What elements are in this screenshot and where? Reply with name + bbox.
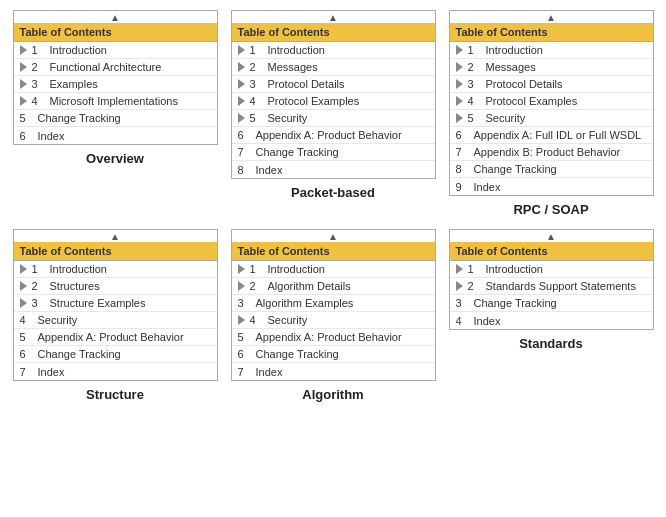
list-item[interactable]: 7Index [232,363,435,380]
list-item[interactable]: 6Index [14,127,217,144]
row-number: 5 [468,112,482,124]
expand-icon [456,281,464,291]
list-item[interactable]: 7Change Tracking [232,144,435,161]
row-number: 6 [238,129,252,141]
list-item[interactable]: 6Appendix A: Full IDL or Full WSDL [450,127,653,144]
row-number: 7 [20,366,34,378]
row-number: 2 [468,61,482,73]
row-label: Messages [268,61,318,73]
list-item[interactable]: 4Index [450,312,653,329]
card-wrapper-structure: ▲Table of Contents1Introduction2Structur… [10,229,220,402]
list-item[interactable]: 7Appendix B: Product Behavior [450,144,653,161]
row-label: Introduction [50,44,107,56]
card-title-standards: Standards [519,336,583,351]
row-label: Protocol Details [268,78,345,90]
row-number: 2 [250,61,264,73]
expand-icon [456,264,464,274]
row-number: 2 [32,61,46,73]
list-item[interactable]: 1Introduction [14,42,217,59]
list-item[interactable]: 5Appendix A: Product Behavior [232,329,435,346]
card-packet-based: ▲Table of Contents1Introduction2Messages… [231,10,436,179]
row-number: 8 [238,164,252,176]
row-label: Index [38,130,65,142]
list-item[interactable]: 3Change Tracking [450,295,653,312]
list-item[interactable]: 2Messages [450,59,653,76]
row-label: Introduction [268,263,325,275]
row-label: Security [486,112,526,124]
list-item[interactable]: 3Protocol Details [450,76,653,93]
row-label: Change Tracking [38,348,121,360]
row-label: Change Tracking [474,163,557,175]
list-item[interactable]: 5Change Tracking [14,110,217,127]
card-title-overview: Overview [86,151,144,166]
card-standards: ▲Table of Contents1Introduction2Standard… [449,229,654,330]
list-item[interactable]: 2Algorithm Details [232,278,435,295]
list-item[interactable]: 5Security [450,110,653,127]
row-number: 2 [468,280,482,292]
row-number: 4 [456,315,470,327]
list-item[interactable]: 4Protocol Examples [232,93,435,110]
list-item[interactable]: 2Standards Support Statements [450,278,653,295]
row-label: Appendix A: Product Behavior [256,331,402,343]
row-number: 6 [456,129,470,141]
list-item[interactable]: 2Functional Architecture [14,59,217,76]
row-number: 5 [238,331,252,343]
expand-icon [238,113,246,123]
list-item[interactable]: 2Structures [14,278,217,295]
expand-icon [20,79,28,89]
row-label: Algorithm Details [268,280,351,292]
row-label: Appendix A: Product Behavior [256,129,402,141]
list-item[interactable]: 1Introduction [450,261,653,278]
row-label: Appendix A: Product Behavior [38,331,184,343]
expand-icon [456,113,464,123]
list-item[interactable]: 6Change Tracking [232,346,435,363]
list-item[interactable]: 1Introduction [232,261,435,278]
list-item[interactable]: 7Index [14,363,217,380]
list-item[interactable]: 3Examples [14,76,217,93]
list-item[interactable]: 4Protocol Examples [450,93,653,110]
card-structure: ▲Table of Contents1Introduction2Structur… [13,229,218,381]
list-item[interactable]: 1Introduction [232,42,435,59]
list-item[interactable]: 4Microsoft Implementations [14,93,217,110]
expand-icon [238,79,246,89]
row-number: 8 [456,163,470,175]
expand-icon [20,45,28,55]
row-number: 2 [32,280,46,292]
list-item[interactable]: 3Protocol Details [232,76,435,93]
row-number: 5 [250,112,264,124]
expand-icon [238,62,246,72]
card-title-rpc-soap: RPC / SOAP [513,202,588,217]
card-header-standards: Table of Contents [450,242,653,261]
row-label: Security [38,314,78,326]
list-item[interactable]: 3Algorithm Examples [232,295,435,312]
row-label: Index [474,181,501,193]
list-item[interactable]: 9Index [450,178,653,195]
row-label: Index [38,366,65,378]
list-item[interactable]: 3Structure Examples [14,295,217,312]
row-label: Algorithm Examples [256,297,354,309]
list-item[interactable]: 5Appendix A: Product Behavior [14,329,217,346]
list-item[interactable]: 4Security [232,312,435,329]
row-label: Appendix B: Product Behavior [474,146,621,158]
row-label: Index [256,366,283,378]
row-label: Introduction [486,44,543,56]
list-item[interactable]: 1Introduction [450,42,653,59]
list-item[interactable]: 8Change Tracking [450,161,653,178]
row-number: 7 [238,146,252,158]
expand-icon [456,96,464,106]
list-item[interactable]: 6Change Tracking [14,346,217,363]
list-item[interactable]: 8Index [232,161,435,178]
expand-icon [238,45,246,55]
row-number: 3 [238,297,252,309]
list-item[interactable]: 2Messages [232,59,435,76]
expand-icon [238,264,246,274]
row-number: 1 [250,44,264,56]
list-item[interactable]: 4Security [14,312,217,329]
row-number: 4 [32,95,46,107]
list-item[interactable]: 5Security [232,110,435,127]
row-number: 7 [456,146,470,158]
card-title-algorithm: Algorithm [302,387,363,402]
expand-icon [20,62,28,72]
list-item[interactable]: 6Appendix A: Product Behavior [232,127,435,144]
list-item[interactable]: 1Introduction [14,261,217,278]
